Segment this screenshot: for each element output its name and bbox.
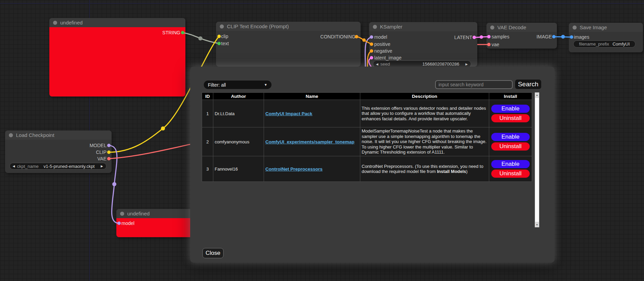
extension-table: ID Author Name Description Install 1 Dr.… <box>202 92 532 182</box>
scrollbar-thumb[interactable] <box>535 98 539 222</box>
extension-link[interactable]: ComfyUI Impact Pack <box>265 111 312 116</box>
node-ksampler[interactable]: KSampler model positive negative latent_… <box>369 22 477 67</box>
description-text: This extension offers various detector n… <box>362 106 486 121</box>
cell-id: 2 <box>202 127 213 156</box>
node-collapse-dot-icon[interactable] <box>9 133 13 137</box>
table-row: 2 comfyanonymous ComfyUI_experiments/sam… <box>202 127 532 156</box>
node-save-image[interactable]: Save Image images filename_prefix ComfyU… <box>569 23 643 52</box>
input-slot-samples: samples <box>492 34 509 39</box>
search-button[interactable]: Search <box>515 79 542 89</box>
node-vae-decode[interactable]: VAE Decode samples vae IMAGE <box>486 23 557 49</box>
increment-arrow-icon[interactable]: ▶ <box>465 63 468 66</box>
column-header-install: Install <box>489 93 532 100</box>
node-title-bar[interactable]: undefined <box>116 209 194 218</box>
enable-button[interactable]: Enable <box>491 105 530 113</box>
widget-name: filename_prefix <box>579 41 609 47</box>
table-scrollbar[interactable]: ▲ ▼ <box>535 92 539 227</box>
uninstall-button[interactable]: Uninstall <box>491 114 530 122</box>
node-title-bar[interactable]: Load Checkpoint <box>5 130 112 140</box>
cell-description: ModelSamplerTonemapNoiseTest a node that… <box>360 127 489 156</box>
node-title-bar[interactable]: undefined <box>49 18 185 27</box>
node-title: CLIP Text Encode (Prompt) <box>227 23 289 29</box>
input-slot-model: model <box>374 34 387 40</box>
input-slot-latent-image: latent_image <box>374 55 401 60</box>
reroute-dot-model[interactable] <box>112 182 116 186</box>
node-title-bar[interactable]: Save Image <box>569 23 643 32</box>
node-title: Load Checkpoint <box>16 132 54 138</box>
widget-name: ckpt_name <box>17 164 39 169</box>
node-title-bar[interactable]: KSampler <box>369 22 477 31</box>
node-undefined-top[interactable]: undefined STRING <box>49 18 185 96</box>
next-arrow-icon[interactable]: ▶ <box>101 164 103 168</box>
search-input[interactable] <box>435 80 513 89</box>
extension-table-container[interactable]: ID Author Name Description Install 1 Dr.… <box>202 92 539 227</box>
scroll-up-icon[interactable]: ▲ <box>535 92 539 98</box>
cell-author: Fannovel16 <box>213 156 264 182</box>
node-collapse-dot-icon[interactable] <box>373 25 377 29</box>
reroute-dot-conditioning[interactable] <box>362 38 366 42</box>
canvas-origin-horizontal-line <box>0 3 644 4</box>
input-slot-negative: negative <box>374 48 392 54</box>
filter-dropdown[interactable]: Filter: all ▼ <box>204 81 271 89</box>
reroute-dot-string[interactable] <box>198 36 202 40</box>
output-slot-latent: LATENT <box>454 35 472 40</box>
node-load-checkpoint[interactable]: Load Checkpoint MODEL CLIP VAE ◀ ckpt_na… <box>5 130 112 173</box>
input-slot-model: model <box>121 221 134 226</box>
node-undefined-bottom[interactable]: undefined model <box>116 209 194 237</box>
node-collapse-dot-icon[interactable] <box>53 21 57 25</box>
node-title: Save Image <box>580 24 607 30</box>
node-title: undefined <box>60 20 83 25</box>
input-slot-positive: positive <box>374 41 390 47</box>
node-title-bar[interactable]: VAE Decode <box>486 23 557 32</box>
ckpt-name-widget[interactable]: ◀ ckpt_name v1-5-pruned-emaonly.ckpt ▶ <box>10 163 106 170</box>
output-slot-image: IMAGE <box>536 34 552 39</box>
node-collapse-dot-icon[interactable] <box>220 24 224 29</box>
cell-author: comfyanonymous <box>213 127 264 156</box>
node-error-body <box>49 27 185 96</box>
filename-prefix-widget[interactable]: filename_prefix ComfyUI <box>573 40 635 48</box>
extension-link[interactable]: ControlNet Preprocessors <box>265 166 323 172</box>
extension-link[interactable]: ComfyUI_experiments/sampler_tonemap <box>265 139 354 144</box>
column-header-id: ID <box>202 93 213 100</box>
node-collapse-dot-icon[interactable] <box>490 25 494 30</box>
scroll-down-icon[interactable]: ▼ <box>535 222 539 227</box>
node-title: undefined <box>127 211 150 216</box>
output-slot-model: MODEL <box>89 143 106 148</box>
close-button[interactable]: Close <box>202 248 224 258</box>
reroute-dot-clip[interactable] <box>161 126 165 130</box>
reroute-dot-image[interactable] <box>561 35 565 39</box>
previous-arrow-icon[interactable]: ◀ <box>13 164 15 168</box>
widget-value[interactable]: v1-5-pruned-emaonly.ckpt <box>44 164 95 169</box>
description-end-text: ) <box>466 169 467 174</box>
uninstall-button[interactable]: Uninstall <box>491 170 530 178</box>
wire-string-to-text <box>183 33 219 43</box>
input-slot-clip: clip <box>221 34 228 39</box>
input-slot-text: text <box>221 41 229 46</box>
table-row: 1 Dr.Lt.Data ComfyUI Impact Pack This ex… <box>202 100 532 127</box>
reroute-dot-latent[interactable] <box>480 35 483 39</box>
node-clip-text-encode[interactable]: CLIP Text Encode (Prompt) clip text COND… <box>216 22 361 67</box>
node-canvas[interactable]: undefined STRING CLIP Text Encode (Promp… <box>0 0 644 281</box>
cell-id: 1 <box>202 100 213 127</box>
cell-id: 3 <box>202 156 213 182</box>
widget-value[interactable]: ComfyUI <box>612 41 630 47</box>
filter-dropdown-label: Filter: all <box>208 82 226 88</box>
node-title-bar[interactable]: CLIP Text Encode (Prompt) <box>216 22 361 31</box>
output-slot-vae: VAE <box>97 156 106 161</box>
table-row: 3 Fannovel16 ControlNet Preprocessors Co… <box>202 156 532 182</box>
node-collapse-dot-icon[interactable] <box>573 25 577 30</box>
table-header-row: ID Author Name Description Install <box>202 93 532 100</box>
column-header-name: Name <box>264 93 360 100</box>
node-collapse-dot-icon[interactable] <box>120 212 124 216</box>
enable-button[interactable]: Enable <box>491 160 530 168</box>
input-slot-images: images <box>574 34 589 40</box>
node-title: VAE Decode <box>497 24 526 30</box>
wire-vae-out <box>109 144 191 159</box>
enable-button[interactable]: Enable <box>491 133 530 141</box>
uninstall-button[interactable]: Uninstall <box>491 142 530 151</box>
decrement-arrow-icon[interactable]: ◀ <box>376 63 378 66</box>
output-slot-string: STRING <box>162 30 180 35</box>
chevron-down-icon: ▼ <box>264 83 267 87</box>
extension-manager-dialog: Filter: all ▼ Search ID Author Name Desc… <box>190 67 555 263</box>
widget-value[interactable]: 156680208700286 <box>423 62 459 67</box>
